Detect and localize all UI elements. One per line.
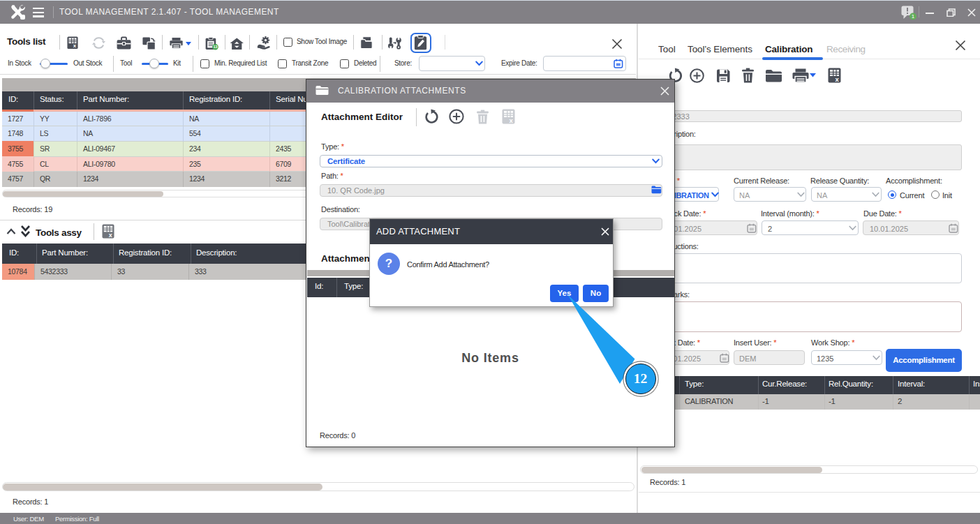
- svg-text:1: 1: [912, 13, 915, 20]
- svg-text:x: x: [109, 232, 112, 239]
- svg-text:x: x: [73, 43, 77, 49]
- svg-text:13: 13: [213, 45, 217, 49]
- svg-text:x: x: [510, 117, 514, 124]
- svg-text:x: x: [836, 75, 840, 83]
